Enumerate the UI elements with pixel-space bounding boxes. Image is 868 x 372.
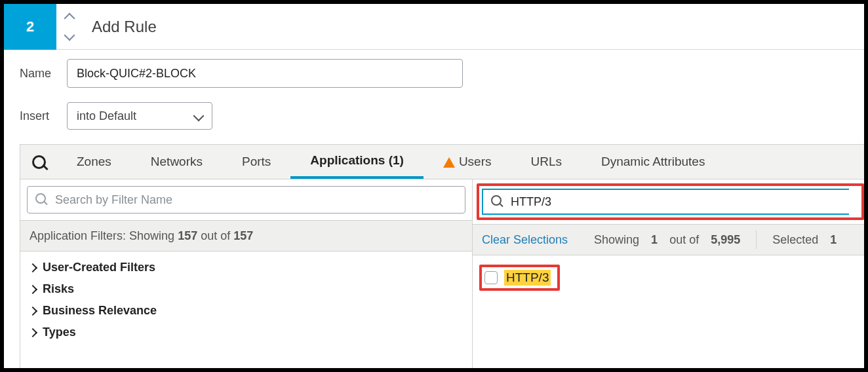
total-count: 5,995	[711, 233, 740, 247]
tab-label: Ports	[242, 155, 271, 169]
name-label: Name	[20, 67, 67, 81]
tab-users[interactable]: Users	[424, 145, 511, 179]
tab-urls[interactable]: URLs	[511, 145, 582, 179]
tab-label: Users	[459, 155, 492, 169]
chevron-right-icon	[30, 326, 36, 339]
tab-zones[interactable]: Zones	[57, 145, 131, 179]
app-search-input[interactable]	[511, 195, 841, 209]
tab-networks[interactable]: Networks	[131, 145, 222, 179]
tab-label: Applications (1)	[310, 153, 404, 168]
chevron-right-icon	[30, 304, 36, 318]
insert-select[interactable]: into Default	[67, 102, 212, 130]
filter-risks[interactable]: Risks	[27, 282, 472, 296]
applications-panel: Application Filters: Showing 157 out of …	[20, 179, 864, 372]
filter-outof-label: out of	[201, 229, 230, 243]
filter-search-input[interactable]	[55, 193, 457, 207]
chevron-up-icon[interactable]	[64, 10, 75, 22]
dialog-header: 2 Add Rule	[4, 4, 864, 50]
rule-number: 2	[26, 18, 34, 35]
applications-column: Clear Selections Showing 1 out of 5,995 …	[473, 179, 864, 372]
chevron-right-icon	[30, 261, 36, 274]
showing-label: Showing	[594, 233, 639, 247]
filter-user-created[interactable]: User-Created Filters	[27, 261, 472, 274]
tab-label: Networks	[151, 155, 203, 169]
tab-label: Zones	[77, 155, 111, 169]
name-row: Name	[4, 50, 864, 88]
filters-column: Application Filters: Showing 157 out of …	[20, 179, 473, 372]
app-result-label: HTTP/3	[504, 270, 551, 286]
highlight-box: HTTP/3	[479, 265, 560, 291]
tab-dynamic-attributes[interactable]: Dynamic Attributes	[582, 145, 724, 179]
dialog-title: Add Rule	[83, 18, 157, 36]
filter-label: Risks	[43, 282, 74, 296]
name-input[interactable]	[67, 59, 463, 88]
divider	[756, 231, 757, 249]
tab-applications[interactable]: Applications (1)	[290, 145, 424, 179]
app-result-row[interactable]: HTTP/3	[484, 270, 551, 286]
filter-label: User-Created Filters	[43, 261, 155, 274]
checkbox[interactable]	[484, 271, 498, 284]
tab-label: Dynamic Attributes	[601, 155, 705, 169]
tab-bar: Zones Networks Ports Applications (1) Us…	[20, 144, 864, 179]
rule-number-badge: 2	[4, 4, 56, 50]
search-icon	[491, 195, 504, 208]
filter-business-relevance[interactable]: Business Relevance	[27, 304, 472, 318]
filter-search-row	[20, 179, 472, 220]
app-search-row	[473, 179, 864, 224]
filter-types[interactable]: Types	[27, 326, 472, 339]
tab-search-button[interactable]	[20, 155, 57, 168]
filter-label: Business Relevance	[43, 304, 157, 318]
insert-value: into Default	[77, 109, 136, 123]
insert-row: Insert into Default	[4, 88, 864, 130]
filter-search-box[interactable]	[27, 186, 465, 214]
app-status: Clear Selections Showing 1 out of 5,995 …	[473, 224, 864, 255]
filter-showing: 157	[178, 229, 197, 243]
outof-label: out of	[669, 233, 699, 247]
rule-stepper	[56, 4, 83, 50]
showing-count: 1	[651, 233, 658, 247]
tab-label: URLs	[531, 155, 562, 169]
insert-label: Insert	[20, 109, 67, 123]
filter-status: Application Filters: Showing 157 out of …	[20, 220, 472, 251]
filter-label: Types	[43, 326, 76, 339]
chevron-right-icon	[30, 282, 36, 296]
search-icon	[35, 193, 49, 206]
search-icon	[32, 155, 45, 168]
filter-total: 157	[233, 229, 253, 243]
selected-count: 1	[830, 233, 837, 247]
warning-icon	[443, 157, 455, 168]
filter-list: User-Created Filters Risks Business Rele…	[20, 251, 472, 339]
chevron-down-icon[interactable]	[64, 31, 75, 43]
tab-ports[interactable]: Ports	[222, 145, 290, 179]
selected-label: Selected	[772, 233, 818, 247]
highlight-box	[477, 183, 864, 220]
app-results: HTTP/3	[473, 255, 864, 291]
clear-selections-link[interactable]: Clear Selections	[482, 233, 568, 247]
filter-status-prefix: Application Filters: Showing	[30, 229, 174, 243]
app-search-box[interactable]	[482, 189, 849, 215]
